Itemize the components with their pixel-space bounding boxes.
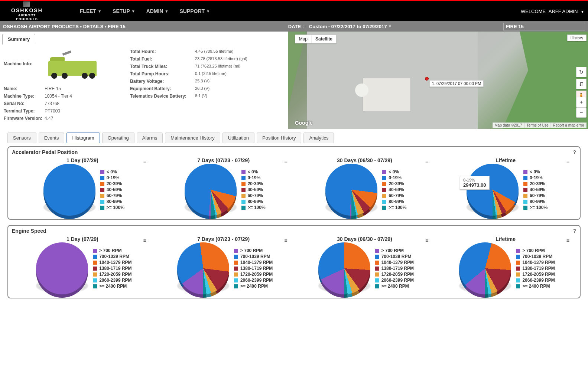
map-type-map[interactable]: Map [295, 35, 311, 43]
chart-menu-icon[interactable]: ≡ [566, 238, 569, 244]
chart-menu-icon[interactable]: ≡ [284, 238, 287, 244]
pie-chart[interactable] [33, 244, 91, 293]
legend-item[interactable]: >= 100% [382, 205, 406, 210]
legend-item[interactable]: >= 100% [523, 205, 548, 210]
nav-fleet[interactable]: FLEET▼ [80, 8, 101, 14]
chart-menu-icon[interactable]: ≡ [566, 159, 569, 165]
legend-item[interactable]: 1040-1379 RPM [234, 260, 273, 265]
tab-events[interactable]: Events [39, 133, 65, 143]
legend-item[interactable]: 1380-1719 RPM [234, 266, 273, 271]
legend-item[interactable]: < 0% [523, 169, 548, 174]
legend-item[interactable]: 40-59% [241, 187, 266, 192]
pie-chart[interactable] [456, 244, 514, 293]
legend-item[interactable]: >= 2400 RPM [93, 284, 131, 289]
legend-item[interactable]: 0-19% [241, 175, 266, 180]
nav-support[interactable]: SUPPORT▼ [179, 8, 210, 14]
legend-item[interactable]: 700-1039 RPM [375, 254, 414, 259]
legend-item[interactable]: 20-39% [100, 181, 124, 186]
tab-position-history[interactable]: Position History [257, 133, 301, 143]
legend-item[interactable]: 1720-2059 RPM [234, 272, 273, 277]
help-icon[interactable]: ? [573, 149, 576, 155]
legend-item[interactable]: 0-19% [523, 175, 548, 180]
tab-operating[interactable]: Operating [102, 133, 134, 143]
chart-menu-icon[interactable]: ≡ [143, 238, 146, 244]
legend-item[interactable]: 0-19% [100, 175, 124, 180]
legend-item[interactable]: < 0% [241, 169, 266, 174]
chart-menu-icon[interactable]: ≡ [284, 159, 287, 165]
tab-sensors[interactable]: Sensors [7, 133, 36, 143]
legend-item[interactable]: 60-79% [100, 193, 124, 198]
tab-alarms[interactable]: Alarms [137, 133, 163, 143]
legend-item[interactable]: 60-79% [523, 193, 548, 198]
legend-item[interactable]: 1380-1719 RPM [375, 266, 414, 271]
pie-chart[interactable] [315, 244, 373, 293]
legend-item[interactable]: 700-1039 RPM [93, 254, 131, 259]
legend-item[interactable]: 80-99% [100, 199, 124, 204]
tab-maintenance-history[interactable]: Maintenance History [165, 133, 220, 143]
legend-item[interactable]: 1040-1379 RPM [516, 260, 555, 265]
legend-item[interactable]: 2060-2399 RPM [234, 278, 273, 283]
legend-item[interactable]: 80-99% [382, 199, 406, 204]
legend-item[interactable]: > 700 RPM [93, 248, 131, 253]
legend-item[interactable]: 80-99% [523, 199, 548, 204]
legend-item[interactable]: < 0% [100, 169, 124, 174]
legend-item[interactable]: >= 2400 RPM [516, 284, 555, 289]
legend-item[interactable]: 40-59% [100, 187, 124, 192]
map-type-satellite[interactable]: Satellite [311, 35, 336, 43]
map-marker-icon[interactable] [425, 77, 429, 81]
map-terms-link[interactable]: Terms of Use [524, 122, 551, 128]
legend-item[interactable]: 2060-2399 RPM [375, 278, 414, 283]
legend-item[interactable]: < 0% [382, 169, 406, 174]
tab-analytics[interactable]: Analytics [303, 133, 334, 143]
legend-item[interactable]: 2060-2399 RPM [516, 278, 555, 283]
legend-item[interactable]: 1380-1719 RPM [93, 266, 131, 271]
legend-item[interactable]: 60-79% [382, 193, 406, 198]
legend-item[interactable]: > 700 RPM [375, 248, 414, 253]
nav-admin[interactable]: ADMIN▼ [146, 8, 169, 14]
legend-item[interactable]: 20-39% [523, 181, 548, 186]
chart-menu-icon[interactable]: ≡ [425, 159, 428, 165]
legend-item[interactable]: 0-19% [382, 175, 406, 180]
legend-item[interactable]: 1720-2059 RPM [93, 272, 131, 277]
legend-item[interactable]: >= 2400 RPM [375, 284, 414, 289]
pie-chart[interactable] [40, 166, 98, 214]
tab-histogram[interactable]: Histogram [66, 133, 100, 143]
legend-item[interactable]: >= 100% [241, 205, 266, 210]
tab-summary[interactable]: Summary [2, 34, 35, 45]
chart-menu-icon[interactable]: ≡ [143, 159, 146, 165]
chart-menu-icon[interactable]: ≡ [425, 238, 428, 244]
nav-setup[interactable]: SETUP▼ [113, 8, 135, 14]
pie-chart[interactable] [182, 166, 239, 214]
legend-item[interactable]: 1720-2059 RPM [375, 272, 414, 277]
legend-item[interactable]: 80-99% [241, 199, 266, 204]
legend-item[interactable]: 700-1039 RPM [234, 254, 273, 259]
legend-item[interactable]: 1380-1719 RPM [516, 266, 555, 271]
legend-item[interactable]: >= 2400 RPM [234, 284, 273, 289]
tab-utilization[interactable]: Utilization [222, 133, 254, 143]
history-button[interactable]: History [567, 35, 587, 41]
date-range-dropdown[interactable]: Custom - 07/22/2017 to 07/29/2017 ▼ [308, 23, 393, 30]
zoom-in-button[interactable]: + [576, 97, 587, 107]
map-rotate-button[interactable]: ↻ [576, 67, 587, 77]
legend-item[interactable]: 60-79% [241, 193, 266, 198]
map-report-link[interactable]: Report a map error [551, 122, 587, 128]
pie-chart[interactable] [322, 166, 380, 214]
pie-chart[interactable] [174, 244, 232, 293]
pie-chart[interactable]: 0-19%294973.00 [464, 166, 521, 214]
legend-item[interactable]: 700-1039 RPM [516, 254, 555, 259]
legend-item[interactable]: 1040-1379 RPM [93, 260, 131, 265]
map-panel[interactable]: Map Satellite History 1. 07/29/2017 07:0… [288, 32, 588, 129]
help-icon[interactable]: ? [573, 228, 576, 234]
legend-item[interactable]: > 700 RPM [234, 248, 273, 253]
legend-item[interactable]: 2060-2399 RPM [93, 278, 131, 283]
map-tilt-button[interactable]: ⇵ [576, 79, 587, 89]
legend-item[interactable]: 1040-1379 RPM [375, 260, 414, 265]
legend-item[interactable]: >= 100% [100, 205, 124, 210]
legend-item[interactable]: 20-39% [382, 181, 406, 186]
welcome-user[interactable]: WELCOME ARFF ADMIN ▼ [519, 9, 584, 14]
search-input[interactable] [503, 23, 585, 30]
legend-item[interactable]: 40-59% [523, 187, 548, 192]
legend-item[interactable]: 20-39% [241, 181, 266, 186]
zoom-out-button[interactable]: − [576, 107, 587, 118]
legend-item[interactable]: > 700 RPM [516, 248, 555, 253]
